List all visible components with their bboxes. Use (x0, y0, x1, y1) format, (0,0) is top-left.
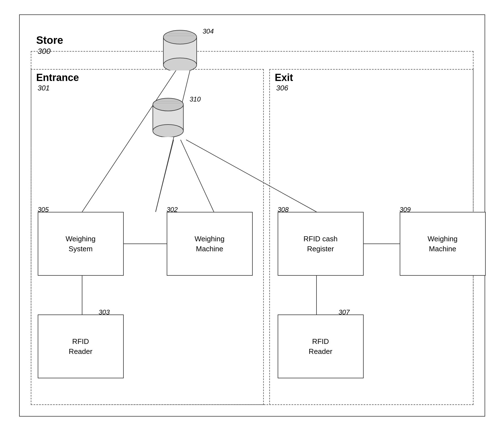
store-label: Store (36, 34, 63, 46)
rfid-cash-register-label: RFID cashRegister (303, 234, 338, 254)
svg-point-15 (153, 98, 183, 111)
ref-310: 310 (190, 95, 201, 103)
weighing-machine-302-box: WeighingMachine (167, 212, 253, 276)
exit-label: Exit (275, 72, 293, 83)
ref-309: 309 (400, 206, 411, 214)
svg-point-10 (163, 30, 197, 44)
entrance-label: Entrance (36, 72, 79, 83)
ref-305: 305 (38, 206, 49, 214)
diagram-page: Store 300 Entrance 301 Exit 306 304 (19, 14, 485, 417)
svg-point-11 (163, 58, 197, 70)
rfid-reader-307-label: RFIDReader (309, 336, 332, 357)
weighing-machine-302-label: WeighingMachine (195, 234, 225, 254)
exit-ref: 306 (276, 84, 288, 92)
rfid-cash-register-box: RFID cashRegister (278, 212, 364, 276)
ref-308: 308 (278, 206, 289, 214)
entrance-ref: 301 (38, 84, 50, 92)
weighing-machine-309-label: WeighingMachine (428, 234, 458, 254)
rfid-reader-307-box: RFIDReader (278, 315, 364, 378)
ref-304: 304 (203, 27, 214, 35)
rfid-reader-303-box: RFIDReader (38, 315, 124, 378)
weighing-system-box: WeighingSystem (38, 212, 124, 276)
weighing-system-label: WeighingSystem (66, 234, 96, 254)
svg-point-16 (153, 125, 183, 137)
ref-307: 307 (339, 308, 350, 316)
rfid-reader-303-label: RFIDReader (69, 336, 92, 357)
weighing-machine-309-box: WeighingMachine (400, 212, 486, 276)
ref-303: 303 (99, 308, 110, 316)
cylinder-310 (150, 94, 186, 137)
cylinder-304 (161, 26, 199, 70)
ref-302: 302 (167, 206, 178, 214)
